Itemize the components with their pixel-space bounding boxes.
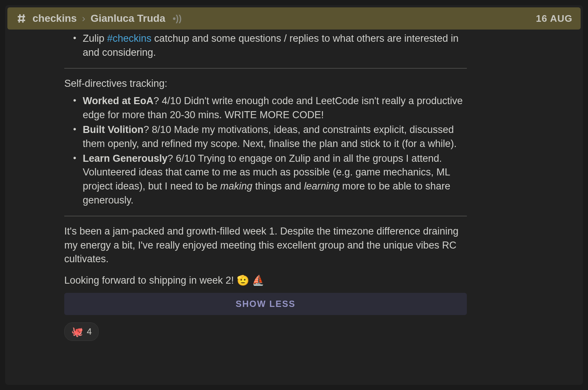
- directive-label: Worked at EoA: [83, 95, 154, 106]
- topic-header: checkins › Gianluca Truda •)) 16 AUG: [7, 7, 581, 30]
- svg-line-2: [19, 14, 20, 23]
- divider: [64, 216, 467, 216]
- header-date: 16 AUG: [536, 13, 572, 24]
- broadcast-icon: •)): [172, 13, 181, 24]
- channel-link[interactable]: #checkins: [107, 33, 151, 44]
- show-less-button[interactable]: SHOW LESS: [64, 293, 467, 315]
- hash-icon: [16, 13, 27, 24]
- list-item: Learn Generously? 6/10 Trying to engage …: [73, 152, 467, 208]
- section-heading: Self-directives tracking:: [64, 77, 467, 91]
- message-content: Zulip #checkins catchup and some questio…: [5, 32, 583, 385]
- octopus-icon: 🐙: [71, 325, 83, 338]
- list-item: Worked at EoA? 4/10 Didn't write enough …: [73, 94, 467, 122]
- divider: [64, 68, 467, 69]
- final-line: Looking forward to shipping in week 2! 🫡…: [64, 274, 467, 288]
- chevron-icon: ›: [82, 13, 85, 24]
- reaction-count: 4: [87, 325, 92, 338]
- topic-name[interactable]: Gianluca Truda: [90, 13, 165, 24]
- breadcrumb: checkins › Gianluca Truda •)): [16, 13, 182, 24]
- svg-line-3: [23, 14, 24, 23]
- directive-label: Built Volition: [83, 124, 143, 135]
- reaction-pill[interactable]: 🐙 4: [64, 322, 99, 341]
- directive-label: Learn Generously: [83, 153, 168, 164]
- closing-text: It's been a jam-packed and growth-filled…: [64, 225, 467, 266]
- channel-name[interactable]: checkins: [33, 13, 77, 24]
- list-item: Zulip #checkins catchup and some questio…: [73, 32, 467, 60]
- list-item: Built Volition? 8/10 Made my motivations…: [73, 123, 467, 151]
